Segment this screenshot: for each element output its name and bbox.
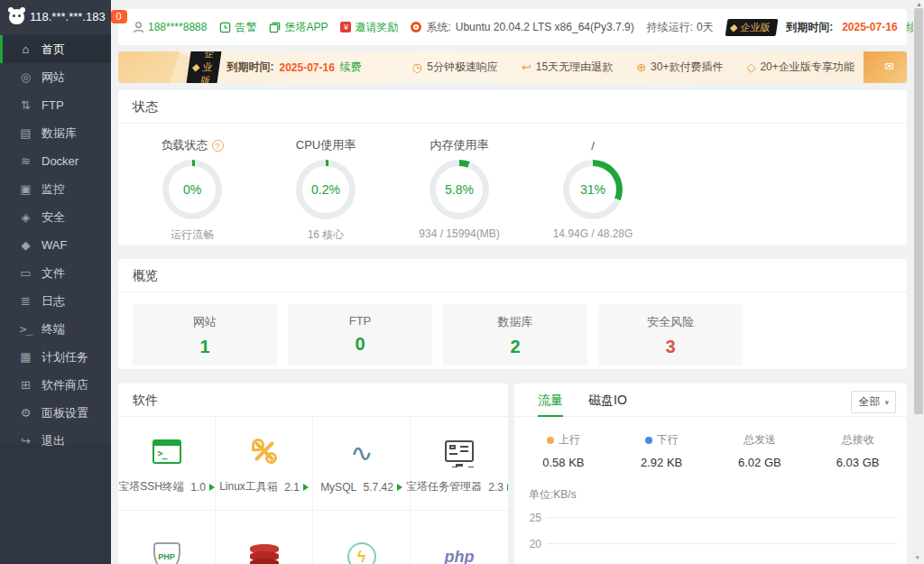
invite-reward-link[interactable]: ¥ 邀请奖励: [340, 20, 398, 35]
software-item-ssh-terminal[interactable]: >_ 宝塔SSH终端 1.0: [118, 417, 216, 510]
sidebar-item-files[interactable]: ▭文件: [0, 259, 111, 287]
php-shield-icon: PHP: [153, 542, 180, 564]
tile-label: 数据库: [443, 314, 587, 330]
run-icon: [303, 484, 309, 491]
tab-disk-io[interactable]: 磁盘IO: [576, 384, 640, 417]
software-item-mysql[interactable]: ∿ MySQL 5.7.42: [313, 417, 411, 510]
server-identity[interactable]: 118.***.***.183 0: [0, 0, 111, 33]
status-card-title: 状态: [118, 90, 907, 124]
sidebar-item-ftp[interactable]: ⇅FTP: [0, 91, 111, 119]
shield-check-icon: ◈: [19, 210, 32, 224]
range-filter-select[interactable]: 全部 ▾: [851, 391, 896, 413]
sidebar-item-label: 终端: [42, 321, 65, 337]
sidebar-menu: ⌂首页 ◎网站 ⇅FTP ▤数据库 ≋Docker ▣监控 ◈安全 ◆WAF ▭…: [0, 35, 111, 455]
help-icon[interactable]: ?: [212, 140, 224, 152]
sidebar-item-home[interactable]: ⌂首页: [0, 35, 111, 63]
stat-total-sent: 总发送 6.02 GB: [711, 432, 809, 469]
overview-tile-database[interactable]: 数据库 2: [443, 304, 587, 365]
alarm-link[interactable]: 告警: [219, 20, 256, 35]
software-version: 5.7.42: [363, 481, 393, 494]
overview-tile-website[interactable]: 网站 1: [133, 304, 277, 365]
overview-tile-security-risk[interactable]: 安全风险 3: [598, 304, 743, 365]
gear-icon: ⚙: [19, 406, 32, 420]
load-gauge[interactable]: 负载状态? 0% 运行流畅: [125, 136, 259, 243]
uptime-value: 0天: [697, 20, 714, 35]
software-item-redis[interactable]: [216, 510, 313, 564]
account-link[interactable]: 188****8888: [133, 21, 207, 33]
load-gauge-ring: 0%: [162, 160, 222, 219]
enterprise-promo-banner[interactable]: ◆ 企业版 到期时间: 2025-07-16 续费 ◷5分钟极速响应 ↩15天无…: [118, 51, 907, 83]
software-item-task-manager[interactable]: 宝塔任务管理器 2.3: [411, 417, 508, 510]
sidebar-item-waf[interactable]: ◆WAF: [0, 231, 111, 259]
tile-value: 1: [133, 337, 277, 357]
sidebar-item-label: 数据库: [42, 125, 77, 142]
ssh-terminal-icon: >_: [152, 439, 181, 464]
memory-gauge-ring: 5.8%: [430, 160, 489, 219]
banner-feature: ↩15天无理由退款: [522, 60, 613, 75]
chevron-down-icon: ▾: [884, 398, 889, 407]
run-icon: [397, 484, 402, 491]
scrollbar-thumb[interactable]: [914, 8, 923, 414]
gauge-value: 5.8%: [430, 160, 489, 219]
sidebar-item-label: 计划任务: [42, 349, 88, 365]
account-phone: 188****8888: [148, 21, 207, 33]
software-name: 宝塔SSH终端: [118, 479, 184, 495]
edition-label: 企业版: [739, 21, 771, 34]
feature-label: 15天无理由退款: [536, 60, 613, 75]
renew-button[interactable]: 续费: [340, 60, 362, 75]
sidebar-item-label: FTP: [42, 98, 64, 112]
software-item-linux-toolbox[interactable]: Linux工具箱 2.1: [216, 417, 313, 510]
software-item-memcached[interactable]: ϟ: [313, 510, 411, 564]
gridline: [547, 543, 898, 544]
edition-label: 企业版: [199, 51, 215, 83]
memory-gauge[interactable]: 内存使用率 5.8% 934 / 15994(MB): [393, 136, 526, 243]
sidebar-item-database[interactable]: ▤数据库: [0, 119, 111, 147]
sidebar-item-label: WAF: [42, 238, 67, 252]
sidebar-item-cron[interactable]: ▦计划任务: [0, 343, 111, 371]
system-info: 系统: Ubuntu 20.04.2 LTS x86_64(Py3.7.9): [411, 20, 633, 35]
sidebar-item-panel-settings[interactable]: ⚙面板设置: [0, 399, 111, 427]
expire-label: 到期时间:: [786, 20, 833, 35]
tab-traffic[interactable]: 流量: [525, 384, 576, 417]
cpu-gauge[interactable]: CPU使用率 0.2% 16 核心: [259, 136, 393, 243]
downstream-dot-icon: [645, 437, 652, 444]
scroll-down-arrow-icon[interactable]: ▾: [916, 554, 919, 561]
disk-root-gauge[interactable]: / 31% 14.94G / 48.28G: [526, 136, 660, 243]
sidebar-item-docker[interactable]: ≋Docker: [0, 147, 111, 175]
feature-label: 30+款付费插件: [651, 60, 723, 75]
banner-feature: ◷5分钟极速响应: [412, 60, 498, 75]
sidebar-item-security[interactable]: ◈安全: [0, 203, 111, 231]
stat-label: 总接收: [842, 432, 874, 448]
gift-icon: ¥: [340, 22, 351, 32]
page-scrollbar[interactable]: ▲ ▾: [913, 0, 924, 564]
stat-label: 上行: [559, 432, 580, 448]
scroll-up-arrow-icon[interactable]: ▲: [916, 1, 922, 7]
tile-value: 0: [288, 334, 432, 355]
run-icon: [209, 484, 215, 491]
software-version: 1.0: [190, 481, 206, 494]
gauge-subtext: 运行流畅: [125, 227, 259, 243]
y-axis-tick: 25: [527, 512, 547, 524]
message-count-badge[interactable]: 0: [111, 10, 127, 23]
bt-app-link[interactable]: 堡塔APP: [269, 20, 328, 35]
stat-value: 2.92 KB: [613, 456, 711, 469]
grid-store-icon: ⊞: [19, 378, 32, 392]
software-item-php[interactable]: php: [411, 510, 508, 564]
plugin-icon: ⊕: [636, 60, 646, 74]
sidebar-item-label: 文件: [42, 265, 65, 282]
stat-upstream: 上行 0.58 KB: [514, 432, 613, 469]
gauge-label: 负载状态: [162, 137, 208, 153]
enterprise-edition-badge[interactable]: ◆ 企业版: [725, 19, 778, 36]
sidebar-item-website[interactable]: ◎网站: [0, 63, 111, 91]
gauge-value: 31%: [563, 160, 623, 219]
software-item-php-guard[interactable]: PHP: [118, 510, 216, 564]
feature-label: 20+企业版专享功能: [760, 60, 854, 75]
overview-tile-ftp[interactable]: FTP 0: [288, 304, 432, 365]
sidebar-item-app-store[interactable]: ⊞软件商店: [0, 371, 111, 399]
stat-value: 6.03 GB: [808, 456, 907, 469]
tools-icon: [250, 437, 279, 466]
sidebar-item-terminal[interactable]: >_终端: [0, 315, 111, 343]
tile-label: FTP: [288, 314, 432, 328]
sidebar-item-monitor[interactable]: ▣监控: [0, 175, 111, 203]
sidebar-item-logs[interactable]: ≣日志: [0, 287, 111, 315]
